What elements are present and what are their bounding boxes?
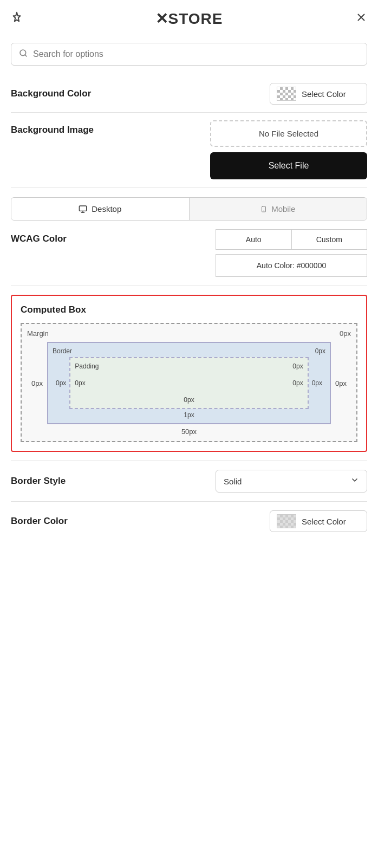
wcag-auto-button[interactable]: Auto [216,230,292,249]
margin-top-value: 0px [340,329,351,338]
border-color-swatch [277,514,296,528]
wcag-toggle: Auto Custom [216,229,367,250]
svg-rect-4 [80,206,87,211]
mobile-icon [260,205,267,213]
mobile-tab-label: Mobile [271,204,295,213]
border-bottom-value: 1px [53,411,325,419]
select-file-button[interactable]: Select File [210,152,367,179]
header: ✕STORE [0,0,378,37]
wcag-label: WCAG Color [11,229,67,244]
box-model-padding: Padding 0px 0px 0px 0px [69,357,308,409]
wcag-auto-color: Auto Color: #000000 [216,254,367,277]
margin-middle-row: 0px Border 0px 0px Padding 0px [27,342,351,424]
margin-bottom-value: 50px [27,427,351,436]
computed-box-section: Computed Box Margin 0px 0px Border 0px 0… [11,295,367,452]
divider-3 [11,286,367,286]
border-right-value: 0px [309,379,325,387]
background-image-controls: No File Selected Select File [210,120,367,179]
border-left-value: 0px [53,379,69,387]
select-color-label: Select Color [302,89,346,99]
tab-mobile[interactable]: Mobile [190,198,367,220]
background-color-button[interactable]: Select Color [270,83,367,105]
search-input[interactable] [33,49,359,59]
padding-bottom-value: 0px [75,396,303,404]
device-tabs: Desktop Mobile [11,197,367,221]
border-style-select[interactable]: Solid [216,470,367,493]
search-icon [19,49,28,60]
border-top-value: 0px [315,347,325,355]
border-color-button[interactable]: Select Color [270,510,367,532]
wcag-controls: Auto Custom Auto Color: #000000 [216,229,367,277]
border-select-color-label: Select Color [302,517,346,526]
app-title: ✕STORE [155,10,223,28]
border-style-value: Solid [224,477,242,486]
margin-right-value: 0px [331,379,351,387]
search-bar[interactable] [11,43,367,66]
wcag-custom-button[interactable]: Custom [292,230,367,249]
padding-label: Padding [75,362,99,370]
background-image-label: Background Image [11,120,94,135]
box-model-margin: Margin 0px 0px Border 0px 0px Padding [21,323,357,442]
border-style-label: Border Style [11,476,66,487]
padding-middle-row: 0px 0px [75,372,303,394]
desktop-icon [79,205,87,213]
padding-right-value: 0px [292,379,303,387]
box-content [86,372,293,394]
border-middle-row: 0px Padding 0px 0px 0px 0px [53,357,325,409]
box-model-border: Border 0px 0px Padding 0px 0px [47,342,331,424]
border-color-label: Border Color [11,516,68,527]
close-icon[interactable] [355,11,367,27]
computed-box-title: Computed Box [21,305,357,315]
color-swatch [277,87,296,101]
padding-top-value: 0px [292,362,303,370]
divider-2 [11,187,367,187]
pin-icon[interactable] [11,11,23,27]
background-image-section: Background Image No File Selected Select… [0,113,378,187]
tab-desktop[interactable]: Desktop [11,198,190,220]
background-color-label: Background Color [11,88,91,99]
wcag-section: WCAG Color Auto Custom Auto Color: #0000… [0,221,378,286]
no-file-box: No File Selected [210,120,367,147]
border-color-section: Border Color Select Color [0,502,378,541]
svg-line-3 [25,55,27,56]
border-style-section: Border Style Solid [0,461,378,501]
padding-left-value: 0px [75,379,85,387]
desktop-tab-label: Desktop [92,204,121,213]
margin-label: Margin [27,329,49,338]
border-label: Border [53,347,72,355]
background-color-row: Background Color Select Color [0,75,378,112]
chevron-down-icon [350,476,359,487]
margin-left-value: 0px [27,379,47,387]
panel: ✕STORE Background Color Select Color Bac… [0,0,378,868]
